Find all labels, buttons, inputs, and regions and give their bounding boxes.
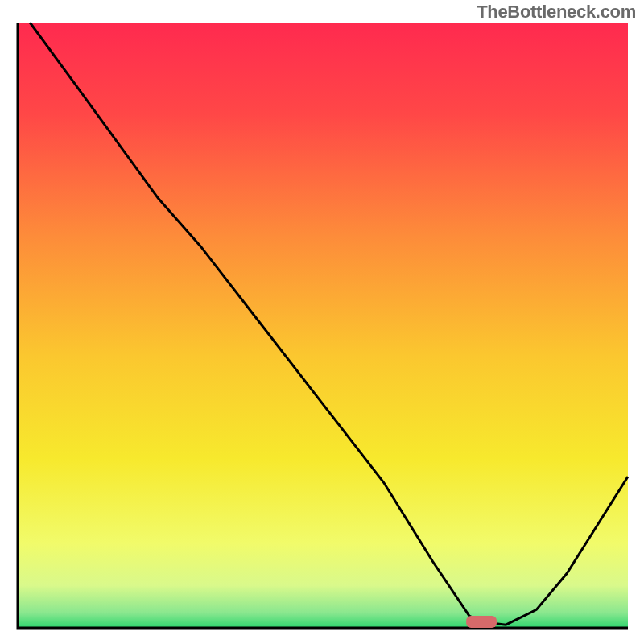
optimal-marker <box>466 616 497 628</box>
watermark-text: TheBottleneck.com <box>477 2 636 23</box>
bottleneck-chart <box>0 0 644 644</box>
chart-container: TheBottleneck.com <box>0 0 644 644</box>
plot-background <box>18 23 628 628</box>
